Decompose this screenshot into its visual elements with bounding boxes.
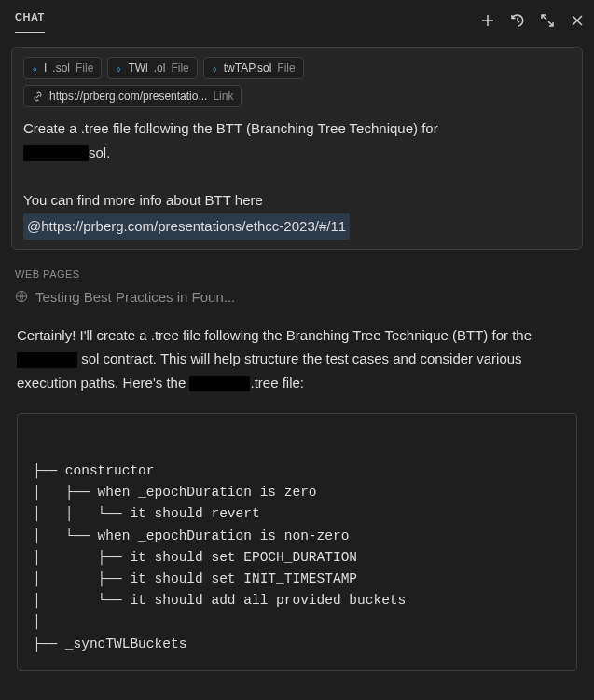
url-highlight[interactable]: @https://prberg.com/presentations/ethcc-… xyxy=(23,213,350,240)
link-row: https://prberg.com/presentatio... Link xyxy=(23,85,571,107)
attachments-row: ⬨ I .sol File ⬨ TWl .ol File ⬨ twTAP.sol… xyxy=(23,57,571,79)
chip-type: File xyxy=(277,62,295,75)
chip-type: File xyxy=(171,62,188,75)
ethereum-icon: ⬨ xyxy=(32,62,38,74)
user-line1b: sol. xyxy=(89,144,110,160)
chip-ext: .ol xyxy=(154,62,166,75)
user-line1: Create a .tree file following the BTT (B… xyxy=(23,120,438,136)
code-line: │ ├── it should set EPOCH_DURATION xyxy=(33,550,357,565)
assistant-message: Certainly! I'll create a .tree file foll… xyxy=(17,323,577,395)
chat-header: CHAT xyxy=(0,0,594,35)
chat-title: CHAT xyxy=(15,11,45,33)
code-line: │ └── it should add all provided buckets xyxy=(33,593,406,608)
file-chip[interactable]: ⬨ I .sol File xyxy=(23,57,102,79)
assist-p1a: Certainly! I'll create a .tree file foll… xyxy=(17,327,532,343)
code-line: │ ├── when _epochDuration is zero xyxy=(33,485,317,500)
header-actions xyxy=(480,13,585,31)
code-line: │ xyxy=(33,614,41,629)
link-url: https://prberg.com/presentatio... xyxy=(49,89,207,103)
chat-content: ⬨ I .sol File ⬨ TWl .ol File ⬨ twTAP.sol… xyxy=(0,35,594,682)
ethereum-icon: ⬨ xyxy=(116,62,122,74)
expand-icon[interactable] xyxy=(540,13,555,31)
code-line: │ └── when _epochDuration is non-zero xyxy=(33,528,349,543)
redacted-block xyxy=(23,145,89,161)
chip-type: File xyxy=(76,62,93,75)
assist-p1c: .tree file: xyxy=(250,375,304,391)
redacted-block xyxy=(189,376,250,391)
link-type: Link xyxy=(213,89,233,103)
user-text: Create a .tree file following the BTT (B… xyxy=(23,117,571,240)
new-chat-icon[interactable] xyxy=(480,13,495,31)
link-icon xyxy=(32,90,44,103)
user-line2: You can find more info about BTT here xyxy=(23,192,263,208)
webpages-label: WEB PAGES xyxy=(15,268,583,280)
chip-name: TWl xyxy=(128,62,147,75)
webpage-item[interactable]: Testing Best Practices in Foun... xyxy=(11,287,583,307)
globe-icon xyxy=(15,290,28,303)
close-icon[interactable] xyxy=(570,13,585,31)
file-chip[interactable]: ⬨ twTAP.sol File xyxy=(203,57,304,79)
redacted-block xyxy=(17,352,77,368)
file-chip[interactable]: ⬨ TWl .ol File xyxy=(107,57,197,79)
code-line: ├── constructor xyxy=(33,463,155,478)
code-line: │ ├── it should set INIT_TIMESTAMP xyxy=(33,571,357,586)
chip-name: twTAP.sol xyxy=(224,62,272,75)
user-message: ⬨ I .sol File ⬨ TWl .ol File ⬨ twTAP.sol… xyxy=(11,47,583,250)
ethereum-icon: ⬨ xyxy=(212,62,218,74)
link-chip[interactable]: https://prberg.com/presentatio... Link xyxy=(23,85,242,107)
chip-name: I xyxy=(44,62,47,75)
webpage-title: Testing Best Practices in Foun... xyxy=(35,289,235,305)
code-block: ├── constructor │ ├── when _epochDuratio… xyxy=(17,413,577,671)
code-line: ├── _syncTWLBuckets xyxy=(33,637,186,652)
chip-ext: .sol xyxy=(52,62,70,75)
history-icon[interactable] xyxy=(510,13,525,31)
code-line: │ │ └── it should revert xyxy=(33,506,260,521)
